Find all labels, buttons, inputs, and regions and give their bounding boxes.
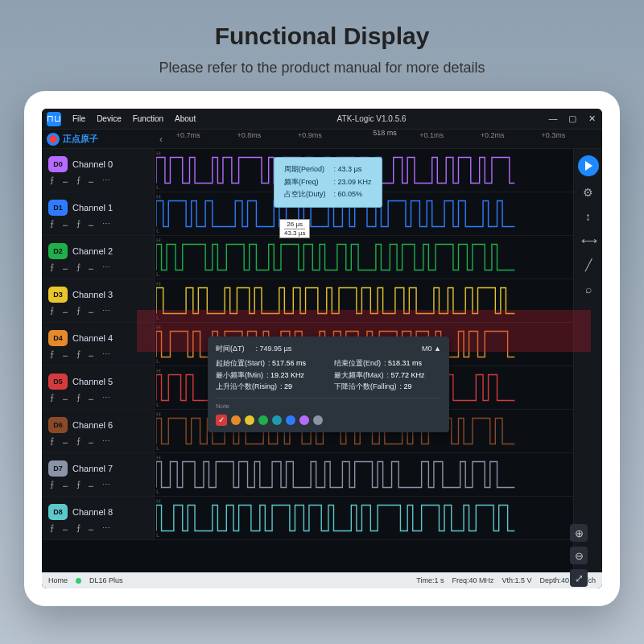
period-tooltip: 周期(Period): 43.3 µs 频率(Freq): 23.09 KHz … <box>274 157 382 208</box>
channel-badge[interactable]: D5 <box>48 374 68 390</box>
home-tab[interactable]: Home <box>48 576 68 584</box>
waveform[interactable]: H L <box>155 497 573 539</box>
promo-title: Functional Display <box>215 23 430 50</box>
channel-row[interactable]: D7 Channel 7 ⨍ ⎽ ⨍ ⎽ ⋯ H L <box>42 453 573 497</box>
zoom-out-button[interactable]: ⊖ <box>570 547 588 564</box>
channel-badge[interactable]: D3 <box>48 287 68 303</box>
note-label: Note <box>216 402 441 412</box>
zoom-controls: ⊕ ⊖ ⤢ <box>570 524 588 587</box>
trigger-icons[interactable]: ⨍ ⎽ ⨍ ⎽ ⋯ <box>48 480 147 489</box>
settings-icon[interactable]: ⚙ <box>581 186 596 200</box>
zoom-in-button[interactable]: ⊕ <box>570 524 588 542</box>
channel-name: Channel 2 <box>72 246 113 256</box>
title-bar: ⊓⊔ File Device Function About ATK-Logic … <box>42 109 602 130</box>
channel-sidebar: D8 Channel 8 ⨍ ⎽ ⨍ ⎽ ⋯ <box>42 497 155 539</box>
trigger-icons[interactable]: ⨍ ⎽ ⨍ ⎽ ⋯ <box>48 262 147 271</box>
close-button[interactable]: ✕ <box>586 114 597 124</box>
channel-row[interactable]: D8 Channel 8 ⨍ ⎽ ⨍ ⎽ ⋯ H L <box>42 497 573 540</box>
trigger-icons[interactable]: ⨍ ⎽ ⨍ ⎽ ⋯ <box>48 306 147 315</box>
channel-name: Channel 1 <box>72 203 113 213</box>
channel-sidebar: D0 Channel 0 ⨍ ⎽ ⨍ ⎽ ⋯ <box>42 149 155 192</box>
note-color-dot[interactable] <box>245 415 254 425</box>
brand-text: 正点原子 <box>63 133 98 145</box>
trigger-icons[interactable]: ⨍ ⎽ ⨍ ⎽ ⋯ <box>48 523 147 532</box>
trigger-icons[interactable]: ⨍ ⎽ ⨍ ⎽ ⋯ <box>48 175 147 184</box>
channel-row[interactable]: D2 Channel 2 ⨍ ⎽ ⨍ ⎽ ⋯ H L <box>42 236 573 279</box>
note-color-selected[interactable]: ✓ <box>216 415 227 426</box>
status-vth: Vth:1.5 V <box>502 576 531 584</box>
maximize-button[interactable]: ▢ <box>567 114 578 124</box>
time-ruler[interactable]: 正点原子 ‹ 518 ms +0.7ms +0.8ms +0.9ms +0.1m… <box>42 130 602 149</box>
menu-file[interactable]: File <box>72 114 85 123</box>
channel-badge[interactable]: D8 <box>48 504 68 520</box>
note-color-dot[interactable] <box>313 415 323 425</box>
m0-label: M0 <box>422 345 432 353</box>
ruler-ticks: 518 ms +0.7ms +0.8ms +0.9ms +0.1ms +0.2m… <box>167 130 602 148</box>
promo-subtitle: Please refer to the product manual for m… <box>159 60 485 76</box>
channel-name: Channel 6 <box>72 420 113 430</box>
channel-name: Channel 4 <box>72 333 113 343</box>
channel-name: Channel 7 <box>72 464 113 473</box>
channel-name: Channel 0 <box>72 159 113 169</box>
status-bar: Home DL16 Plus Time:1 s Freq:40 MHz Vth:… <box>42 572 602 588</box>
device-name: DL16 Plus <box>89 576 123 584</box>
monitor-frame: ⊓⊔ File Device Function About ATK-Logic … <box>24 91 620 606</box>
ruler-tool-icon[interactable]: ╱ <box>581 258 596 273</box>
channel-badge[interactable]: D0 <box>48 156 68 172</box>
measurement-panel[interactable]: 时间(ΔT): 749.95 µs M0 ▲ 起始位置(Start): 517.… <box>208 336 449 432</box>
capture-play-button[interactable] <box>578 155 599 176</box>
app-logo-icon: ⊓⊔ <box>47 112 61 126</box>
menu-about[interactable]: About <box>175 114 196 123</box>
channel-name: Channel 5 <box>72 377 113 386</box>
channel-name: Channel 8 <box>72 507 113 517</box>
brand-icon <box>47 133 60 146</box>
note-color-dot[interactable] <box>299 415 309 425</box>
note-color-dot[interactable] <box>258 415 268 425</box>
cursor-measurement: 26 µs 43.3 µs <box>279 219 310 238</box>
trigger-icons[interactable]: ⨍ ⎽ ⨍ ⎽ ⋯ <box>48 349 147 358</box>
channel-badge[interactable]: D2 <box>48 243 68 259</box>
trigger-icons[interactable]: ⨍ ⎽ ⨍ ⎽ ⋯ <box>48 219 147 228</box>
menu-function[interactable]: Function <box>133 114 163 123</box>
waveform[interactable]: H L <box>155 453 573 496</box>
device-status-icon <box>76 578 81 584</box>
right-toolbar: ⚙ ↕ ⟷ ╱ ⌕ <box>573 149 602 572</box>
channel-sidebar: D1 Channel 1 ⨍ ⎽ ⨍ ⎽ ⋯ <box>42 192 155 235</box>
menu-device[interactable]: Device <box>97 114 122 123</box>
minimize-button[interactable]: — <box>547 114 559 124</box>
channel-sidebar: D7 Channel 7 ⨍ ⎽ ⨍ ⎽ ⋯ <box>42 453 155 496</box>
status-freq: Freq:40 MHz <box>452 576 493 584</box>
zoom-fit-button[interactable]: ⤢ <box>570 569 588 587</box>
note-color-dot[interactable] <box>231 415 241 425</box>
measure-tool-icon[interactable]: ⟷ <box>581 234 596 249</box>
collapse-icon[interactable]: ▲ <box>434 345 441 353</box>
waveform[interactable]: H L <box>155 236 573 279</box>
channel-sidebar: D6 Channel 6 ⨍ ⎽ ⨍ ⎽ ⋯ <box>42 410 155 452</box>
channel-sidebar: D5 Channel 5 ⨍ ⎽ ⨍ ⎽ ⋯ <box>42 366 155 409</box>
channel-badge[interactable]: D4 <box>48 330 68 346</box>
cursor-tool-icon[interactable]: ↕ <box>581 210 596 225</box>
channel-badge[interactable]: D7 <box>48 460 68 477</box>
app-title: ATK-Logic V1.0.5.6 <box>207 114 536 123</box>
channel-badge[interactable]: D1 <box>48 200 68 216</box>
scroll-left-icon[interactable]: ‹ <box>155 134 167 145</box>
channel-badge[interactable]: D6 <box>48 417 68 433</box>
trigger-icons[interactable]: ⨍ ⎽ ⨍ ⎽ ⋯ <box>48 436 147 445</box>
app-window: ⊓⊔ File Device Function About ATK-Logic … <box>42 109 602 588</box>
note-color-dot[interactable] <box>272 415 282 425</box>
search-tool-icon[interactable]: ⌕ <box>581 283 596 297</box>
channel-sidebar: D2 Channel 2 ⨍ ⎽ ⨍ ⎽ ⋯ <box>42 236 155 279</box>
note-color-dot[interactable] <box>286 415 295 425</box>
ruler-center-label: 518 ms <box>373 129 397 137</box>
channel-name: Channel 3 <box>72 290 113 299</box>
trigger-icons[interactable]: ⨍ ⎽ ⨍ ⎽ ⋯ <box>48 393 147 402</box>
status-time: Time:1 s <box>416 576 444 584</box>
